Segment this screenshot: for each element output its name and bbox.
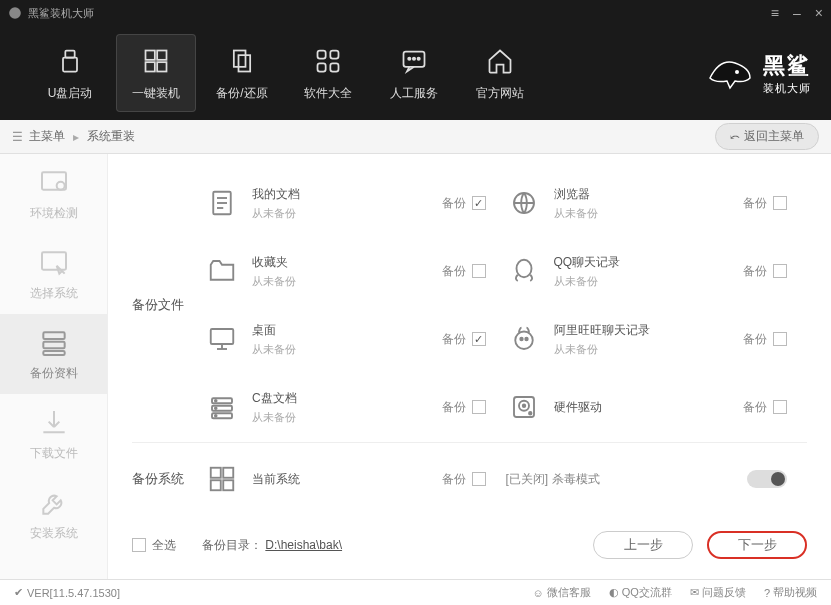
- checkbox-docs[interactable]: ✓: [472, 196, 486, 210]
- checkbox-aliww[interactable]: [773, 332, 787, 346]
- antivirus-toggle-row: [已关闭] 杀毒模式: [506, 448, 808, 510]
- checkbox-qq[interactable]: [773, 264, 787, 278]
- list-icon: ☰: [12, 130, 23, 144]
- back-to-main-button[interactable]: ⤺ 返回主菜单: [715, 123, 819, 150]
- svg-rect-4: [157, 50, 166, 59]
- svg-rect-48: [211, 480, 221, 490]
- item-title: 硬件驱动: [554, 399, 744, 416]
- antivirus-toggle[interactable]: [747, 470, 787, 488]
- copy-icon: [226, 45, 258, 77]
- item-desktop: 桌面从未备份 备份✓: [204, 308, 506, 370]
- select-all-label: 全选: [152, 537, 176, 554]
- svg-rect-3: [146, 50, 155, 59]
- select-all[interactable]: 全选: [132, 537, 176, 554]
- sidebar-backup-data[interactable]: 备份资料: [0, 314, 107, 394]
- sidebar-env-check[interactable]: 环境检测: [0, 154, 107, 234]
- svg-rect-1: [65, 50, 74, 57]
- sidebar-label: 环境检测: [30, 205, 78, 222]
- path-link[interactable]: D:\heisha\bak\: [265, 538, 342, 552]
- svg-rect-9: [318, 50, 326, 58]
- item-title: C盘文档: [252, 390, 442, 407]
- breadcrumb-current: 系统重装: [87, 128, 135, 145]
- qq-small-icon: ◐: [609, 586, 619, 599]
- sidebar-label: 备份资料: [30, 365, 78, 382]
- hdd-icon: [506, 389, 542, 425]
- svg-rect-49: [223, 480, 233, 490]
- next-button[interactable]: 下一步: [707, 531, 807, 559]
- apps-icon: [312, 45, 344, 77]
- backup-system-label: 备份系统: [132, 470, 204, 488]
- checkbox-cursys[interactable]: [472, 472, 486, 486]
- item-sub: 从未备份: [252, 274, 442, 289]
- checkbox-select-all[interactable]: [132, 538, 146, 552]
- sidebar-download[interactable]: 下载文件: [0, 394, 107, 474]
- item-sub: 从未备份: [554, 342, 744, 357]
- nav-software[interactable]: 软件大全: [288, 34, 368, 112]
- checkbox-browser[interactable]: [773, 196, 787, 210]
- checkbox-favorites[interactable]: [472, 264, 486, 278]
- svg-point-14: [408, 57, 410, 59]
- svg-point-29: [516, 260, 531, 278]
- svg-rect-47: [223, 468, 233, 478]
- monitor-gear-icon: [38, 167, 70, 199]
- server-icon: [38, 327, 70, 359]
- nav-website[interactable]: 官方网站: [460, 34, 540, 112]
- svg-point-39: [215, 400, 217, 402]
- nav-support[interactable]: 人工服务: [374, 34, 454, 112]
- svg-rect-2: [63, 57, 77, 71]
- checkbox-cdrive[interactable]: [472, 400, 486, 414]
- svg-point-17: [735, 70, 739, 74]
- nav-one-click-install[interactable]: 一键装机: [116, 34, 196, 112]
- backup-action: 备份: [743, 195, 767, 212]
- monitor-icon: [204, 321, 240, 357]
- cursor-icon: [38, 247, 70, 279]
- item-title: 桌面: [252, 322, 442, 339]
- svg-point-33: [515, 332, 533, 350]
- chevron-right-icon: ▸: [73, 130, 79, 144]
- backup-action: 备份: [442, 195, 466, 212]
- breadcrumb-root[interactable]: 主菜单: [29, 128, 65, 145]
- backup-action: 备份: [442, 331, 466, 348]
- svg-rect-12: [330, 63, 338, 71]
- sidebar-label: 下载文件: [30, 445, 78, 462]
- folder-icon: [204, 253, 240, 289]
- backup-action: 备份: [442, 399, 466, 416]
- help-video-link[interactable]: ?帮助视频: [764, 585, 817, 600]
- help-icon: ?: [764, 587, 770, 599]
- nav-label: 一键装机: [132, 85, 180, 102]
- item-cdrive: C盘文档从未备份 备份: [204, 376, 506, 438]
- prev-button[interactable]: 上一步: [593, 531, 693, 559]
- back-arrow-icon: ⤺: [730, 130, 740, 144]
- backup-action: 备份: [442, 471, 466, 488]
- item-drivers: 硬件驱动 备份: [506, 376, 808, 438]
- feedback-link[interactable]: ✉问题反馈: [690, 585, 746, 600]
- nav-usb-boot[interactable]: U盘启动: [30, 34, 110, 112]
- qq-icon: [506, 253, 542, 289]
- checkbox-drivers[interactable]: [773, 400, 787, 414]
- content-panel: 备份文件 我的文档从未备份 备份✓ 浏览器从未备份 备份 收藏夹从未备份: [108, 154, 831, 579]
- feedback-icon: ✉: [690, 586, 699, 599]
- svg-rect-11: [318, 63, 326, 71]
- qq-group-link[interactable]: ◐QQ交流群: [609, 585, 672, 600]
- item-qq-chat: QQ聊天记录从未备份 备份: [506, 240, 808, 302]
- item-title: QQ聊天记录: [554, 254, 744, 271]
- close-icon[interactable]: ×: [815, 5, 823, 21]
- svg-rect-30: [211, 329, 234, 344]
- svg-point-40: [215, 407, 217, 409]
- windows-icon: [140, 45, 172, 77]
- download-icon: [38, 407, 70, 439]
- item-aliww: 阿里旺旺聊天记录从未备份 备份: [506, 308, 808, 370]
- app-title: 黑鲨装机大师: [28, 6, 94, 21]
- minimize-icon[interactable]: –: [793, 5, 801, 21]
- path-label: 备份目录：: [202, 538, 262, 552]
- wechat-support-link[interactable]: ☺微信客服: [533, 585, 591, 600]
- menu-icon[interactable]: ≡: [771, 5, 779, 21]
- antivirus-label: [已关闭] 杀毒模式: [506, 471, 600, 488]
- nav-backup-restore[interactable]: 备份/还原: [202, 34, 282, 112]
- nav-label: 软件大全: [304, 85, 352, 102]
- checkbox-desktop[interactable]: ✓: [472, 332, 486, 346]
- sidebar-install[interactable]: 安装系统: [0, 474, 107, 554]
- svg-rect-46: [211, 468, 221, 478]
- svg-rect-23: [43, 351, 64, 355]
- sidebar-select-system[interactable]: 选择系统: [0, 234, 107, 314]
